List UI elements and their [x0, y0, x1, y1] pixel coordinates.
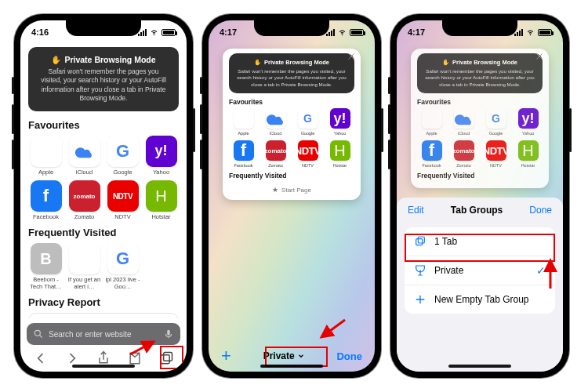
wifi-icon [149, 28, 159, 36]
hand-icon: ✋ [51, 55, 61, 65]
apple-icon [31, 136, 62, 167]
mic-icon[interactable] [163, 328, 174, 339]
yahoo-icon: y! [330, 108, 350, 129]
svg-rect-5 [418, 237, 424, 243]
tab-group-row-1-tab[interactable]: 1 Tab [405, 227, 555, 256]
zomato-icon: zomato [454, 140, 474, 161]
favourite-hotstar[interactable]: HHotstar [143, 180, 179, 220]
close-icon [535, 52, 544, 61]
yahoo-icon: y! [146, 136, 177, 167]
private-browsing-banner: ✋Private Browsing Mode Safari won't reme… [229, 53, 354, 93]
ndtv-icon: NDTV [298, 140, 318, 161]
zomato-icon: zomato [69, 180, 100, 212]
phone-1-screen: 4:16 ✋Private Browsing Mode Safari won't… [20, 20, 187, 372]
favourite-facebook[interactable]: fFacebook [229, 140, 258, 168]
phone-1-frame: 4:16 ✋Private Browsing Mode Safari won't… [14, 14, 193, 378]
phone-2-frame: 4:17 ✋Private Browsing Mode Safari won't… [202, 14, 381, 378]
icloud-icon [266, 108, 286, 129]
favourite-icloud[interactable]: iCloud [449, 108, 478, 136]
hand-icon: ✋ [254, 59, 261, 66]
done-button[interactable]: Done [336, 350, 362, 362]
svg-rect-1 [167, 330, 170, 336]
tab-thumbnail-dimmed: ✋Private Browsing ModeSafari won't remem… [411, 49, 549, 188]
favourite-icloud[interactable]: iCloud [261, 108, 290, 136]
icloud-icon [454, 108, 474, 129]
back-icon[interactable] [33, 350, 49, 366]
tab-groups-sheet: Edit Tab Groups Done 1 TabPrivate✓New Em… [397, 198, 563, 372]
favourite-yahoo[interactable]: y!Yahoo [143, 136, 179, 176]
new-tab-button[interactable]: + [221, 346, 231, 366]
search-placeholder: Search or enter website [49, 330, 158, 339]
address-bar[interactable]: Search or enter website [27, 323, 180, 345]
status-time: 4:17 [220, 27, 237, 37]
favourite-apple[interactable]: Apple [28, 136, 64, 176]
wifi-icon [337, 28, 347, 36]
sheet-title: Tab Groups [451, 205, 503, 216]
favourite-ndtv[interactable]: NDTVNDTV [105, 180, 140, 220]
google-icon: G [486, 108, 506, 129]
svg-point-0 [34, 330, 40, 336]
phone-2-screen: 4:17 ✋Private Browsing Mode Safari won't… [209, 20, 375, 372]
facebook-icon: f [31, 180, 62, 212]
tab-thumbnail[interactable]: ✋Private Browsing Mode Safari won't reme… [223, 49, 361, 200]
svg-rect-4 [416, 239, 423, 245]
share-icon[interactable] [96, 350, 111, 366]
favourite-facebook[interactable]: fFacebook [28, 180, 64, 220]
icloud-icon [69, 136, 100, 167]
hotstar-icon: H [330, 140, 350, 161]
favourite-beebom-tech-that-[interactable]: BBeebom - Tech That… [28, 243, 64, 290]
letter-b-icon: B [31, 243, 62, 274]
favourite-facebook[interactable]: fFacebook [417, 140, 446, 168]
wifi-icon [525, 28, 535, 36]
tab-group-row-private[interactable]: Private✓ [405, 256, 555, 285]
chevron-down-icon [297, 352, 305, 360]
favourite-google[interactable]: GGoogle [105, 136, 140, 176]
apple-icon [422, 108, 442, 129]
done-button[interactable]: Done [529, 205, 552, 216]
tabs-icon[interactable] [158, 350, 174, 366]
facebook-icon: f [422, 140, 442, 161]
privacy-report-heading: Privacy Report [28, 296, 179, 308]
phone-3-frame: 4:17 ✋Private Browsing ModeSafari won't … [390, 14, 569, 378]
status-time: 4:16 [31, 27, 49, 37]
tab-group-row-new-empty-tab-group[interactable]: New Empty Tab Group [405, 285, 555, 314]
yahoo-icon: y! [518, 108, 539, 129]
status-time: 4:17 [408, 27, 425, 37]
favourite-yahoo[interactable]: y!Yahoo [514, 108, 543, 136]
favourite-if-you-get-an-alert-i-[interactable]: If you get an alert i… [67, 243, 102, 290]
private-browsing-banner: ✋Private Browsing Mode Safari won't reme… [28, 47, 179, 111]
hotstar-icon: H [518, 140, 539, 161]
tab-thumbnail-title: ★Start Page [229, 186, 354, 194]
bookmarks-icon[interactable] [127, 350, 143, 366]
google-icon: G [107, 243, 139, 274]
favourite-zomato[interactable]: zomatoZomato [67, 180, 102, 220]
favourite-apple[interactable]: Apple [229, 108, 258, 136]
favourite-google[interactable]: GGoogle [293, 108, 322, 136]
tab-group-selector[interactable]: Private [263, 350, 305, 361]
search-icon [33, 328, 44, 339]
favourite-google[interactable]: GGoogle [481, 108, 510, 136]
apple-icon [234, 108, 254, 129]
svg-rect-3 [164, 353, 172, 361]
favourite-yahoo[interactable]: y!Yahoo [325, 108, 354, 136]
forward-icon[interactable] [64, 350, 80, 366]
favourite-icloud[interactable]: iCloud [67, 136, 102, 176]
google-icon: G [298, 108, 318, 129]
edit-button[interactable]: Edit [408, 205, 424, 216]
hotstar-icon: H [146, 180, 177, 212]
facebook-icon: f [234, 140, 254, 161]
favourite-hotstar[interactable]: HHotstar [514, 140, 543, 168]
zomato-icon: zomato [266, 140, 286, 161]
ndtv-icon: NDTV [486, 140, 506, 161]
favourite-hotstar[interactable]: HHotstar [325, 140, 354, 168]
favourite-ndtv[interactable]: NDTVNDTV [481, 140, 510, 168]
phone-3-screen: 4:17 ✋Private Browsing ModeSafari won't … [397, 20, 563, 372]
svg-rect-2 [161, 355, 169, 364]
favourite-zomato[interactable]: zomatoZomato [449, 140, 478, 168]
close-icon[interactable] [347, 52, 356, 61]
apple-icon [69, 243, 100, 274]
favourite-ipl-2023-live-goo-[interactable]: Gipl 2023 live - Goo… [105, 243, 140, 290]
favourite-apple[interactable]: Apple [417, 108, 446, 136]
favourite-ndtv[interactable]: NDTVNDTV [293, 140, 322, 168]
favourite-zomato[interactable]: zomatoZomato [261, 140, 290, 168]
